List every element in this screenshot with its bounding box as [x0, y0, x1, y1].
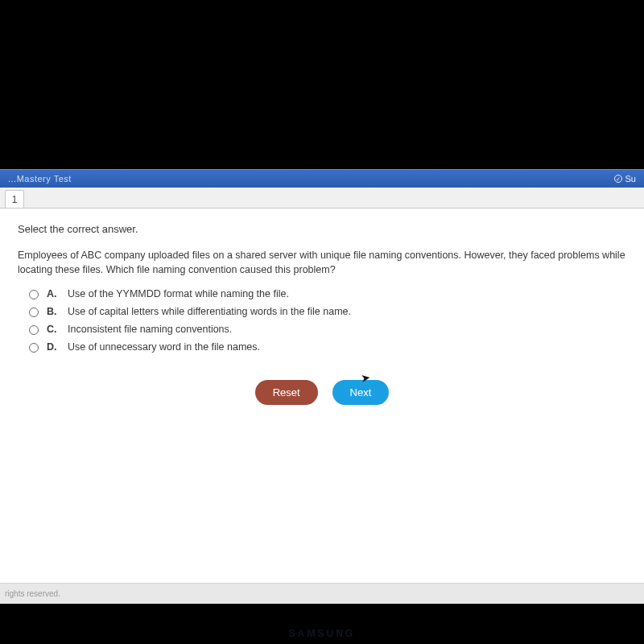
question-tab-bar: 1: [0, 188, 644, 208]
option-c[interactable]: C. Inconsistent file naming conventions.: [29, 324, 626, 335]
bezel-top: [0, 0, 644, 169]
option-a[interactable]: A. Use of the YYMMDD format while naming…: [29, 288, 626, 299]
option-letter: D.: [47, 341, 60, 353]
footer-bar: rights reserved.: [0, 583, 644, 604]
device-brand: SAMSUNG: [289, 628, 355, 639]
page-title: ...Mastery Test: [8, 174, 72, 184]
reset-button[interactable]: Reset: [255, 380, 318, 405]
option-letter: A.: [47, 288, 60, 299]
button-row: Reset Next: [18, 380, 626, 405]
option-text: Use of capital letters while differentia…: [68, 306, 351, 317]
radio-icon[interactable]: [29, 343, 39, 353]
option-letter: B.: [47, 306, 60, 317]
bezel-bottom: SAMSUNG: [0, 604, 644, 644]
submit-area[interactable]: ✓ Su: [614, 174, 636, 184]
submit-label: Su: [625, 174, 636, 184]
cursor-icon: ➤: [360, 370, 371, 385]
option-text: Use of unnecessary word in the file name…: [68, 341, 260, 353]
option-text: Use of the YYMMDD format while naming th…: [68, 288, 289, 299]
question-prompt: Employees of ABC company uploaded files …: [18, 248, 626, 277]
radio-icon[interactable]: [29, 325, 39, 335]
next-button[interactable]: Next: [332, 380, 390, 405]
screen-area: ...Mastery Test ✓ Su 1 Select the correc…: [0, 169, 644, 604]
option-b[interactable]: B. Use of capital letters while differen…: [29, 306, 626, 317]
option-text: Inconsistent file naming conventions.: [68, 324, 232, 335]
question-panel: Select the correct answer. Employees of …: [0, 208, 644, 583]
radio-icon[interactable]: [29, 290, 39, 299]
question-tab-1[interactable]: 1: [5, 190, 24, 208]
footer-text: rights reserved.: [5, 589, 60, 598]
check-icon: ✓: [614, 175, 622, 183]
instruction-text: Select the correct answer.: [18, 223, 626, 235]
title-bar: ...Mastery Test ✓ Su: [0, 170, 644, 188]
options-group: A. Use of the YYMMDD format while naming…: [18, 288, 626, 353]
radio-icon[interactable]: [29, 308, 39, 317]
option-letter: C.: [47, 324, 60, 335]
option-d[interactable]: D. Use of unnecessary word in the file n…: [29, 341, 626, 353]
